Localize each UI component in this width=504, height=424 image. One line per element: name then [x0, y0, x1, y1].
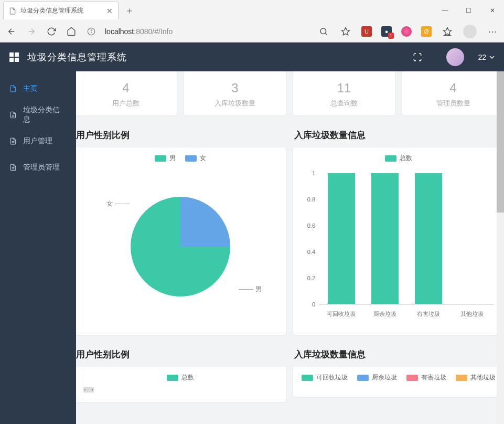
chart-block-gender-pie: 用户性别比例 男 女 女 男: [76, 123, 286, 335]
close-tab-icon[interactable]: ✕: [106, 7, 113, 15]
app-root: 垃圾分类信息管理系统 22 主页 垃圾分类信息 用户管理: [0, 43, 504, 424]
chart-block-garbage-2: 入库垃圾数量信息 可回收垃圾 厨余垃圾 有害垃圾 其他垃圾: [293, 342, 504, 402]
sidebar-item-admins[interactable]: 管理员管理: [0, 154, 76, 181]
bar: [328, 173, 355, 304]
svg-marker-6: [444, 28, 452, 35]
tab-title: 垃圾分类信息管理系统: [20, 6, 83, 15]
legend-item-total[interactable]: 总数: [385, 154, 412, 163]
chart-legend: 总数: [298, 154, 499, 163]
favorite-icon[interactable]: [339, 25, 352, 38]
chart-title: 用户性别比例: [76, 348, 286, 361]
legend-item-kitchen[interactable]: 厨余垃圾: [357, 373, 397, 382]
x-tick: 有害垃圾: [417, 310, 440, 318]
chart-card: 可回收垃圾 厨余垃圾 有害垃圾 其他垃圾: [293, 367, 504, 397]
chart-card: 男 女 女 男: [76, 147, 286, 335]
sidebar-item-users[interactable]: 用户管理: [0, 128, 76, 154]
y-tick: 0.2: [298, 275, 315, 281]
y-tick: 0: [298, 301, 315, 308]
x-tick: 可回收垃圾: [327, 310, 356, 318]
charts-row-2: 用户性别比例 总数 入库垃圾数量信息: [76, 342, 504, 402]
pie-label-male: 男: [239, 285, 262, 294]
stat-value: 4: [402, 81, 504, 96]
extension-icon[interactable]: ●1: [381, 26, 392, 37]
y-tick: 0.8: [298, 196, 315, 203]
legend-item-other[interactable]: 其他垃圾: [456, 373, 496, 382]
fullscreen-icon[interactable]: [413, 52, 422, 62]
more-menu-icon[interactable]: ⋯: [486, 25, 499, 38]
user-menu[interactable]: 22: [478, 53, 495, 61]
pie-chart: 女 男: [80, 168, 281, 325]
document-icon: [9, 137, 17, 145]
extension-ublock-icon[interactable]: U: [361, 26, 372, 37]
sidebar-item-label: 用户管理: [23, 136, 52, 146]
toolbar-right-icons: U ●1 Ø ⋯: [317, 25, 499, 38]
svg-line-4: [325, 33, 327, 35]
legend-item-harmful[interactable]: 有害垃圾: [406, 373, 446, 382]
y-tick: 0.4: [298, 249, 315, 255]
stat-value: 3: [184, 81, 286, 96]
vertical-scrollbar[interactable]: [497, 71, 504, 424]
svg-point-2: [91, 30, 91, 30]
chart-legend: 总数: [80, 373, 281, 382]
app-body: 主页 垃圾分类信息 用户管理 管理员管理 4 用户总数: [0, 71, 504, 424]
sidebar: 主页 垃圾分类信息 用户管理 管理员管理: [0, 71, 76, 424]
legend-item-recyclable[interactable]: 可回收垃圾: [302, 373, 348, 382]
sidebar-item-home[interactable]: 主页: [0, 76, 76, 102]
chart-legend: 可回收垃圾 厨余垃圾 有害垃圾 其他垃圾: [298, 373, 499, 382]
url-path: /#/Info: [152, 27, 173, 36]
sidebar-item-garbage[interactable]: 垃圾分类信息: [0, 102, 76, 128]
chart-block-garbage-bar: 入库垃圾数量信息 总数 0 0.2 0.4 0.6 0.8: [293, 123, 504, 335]
chart-card: 总数 0 0.2 0.4 0.6 0.8 1: [293, 147, 504, 335]
search-icon[interactable]: [317, 25, 330, 38]
favorites-button[interactable]: [441, 25, 454, 38]
close-window-button[interactable]: ✕: [480, 3, 504, 18]
user-avatar[interactable]: [446, 48, 464, 66]
minimize-button[interactable]: —: [433, 3, 457, 18]
content-area[interactable]: 4 用户总数 3 入库垃圾数量 11 总查询数 4 管理员数量: [76, 71, 504, 424]
extension-round-icon[interactable]: [401, 26, 412, 37]
chart-legend: 男 女: [80, 154, 281, 163]
url-port: :8080: [134, 27, 152, 36]
y-tick: 0.6: [298, 222, 315, 229]
stat-label: 管理员数量: [402, 99, 504, 108]
browser-chrome: 垃圾分类信息管理系统 ✕ ＋ — ☐ ✕ localhost:8080/#/In…: [0, 0, 504, 43]
y-tick: 1: [298, 170, 315, 176]
bars: 可回收垃圾 厨余垃圾 有害垃圾 其他垃圾: [319, 173, 494, 304]
pie-label-female: 女: [106, 199, 130, 208]
site-info-icon[interactable]: [85, 25, 98, 38]
maximize-button[interactable]: ☐: [457, 3, 480, 18]
extension-orange-icon[interactable]: Ø: [421, 26, 432, 37]
legend-item-total[interactable]: 总数: [167, 373, 194, 382]
chevron-down-icon: [489, 55, 495, 60]
refresh-button[interactable]: [45, 25, 58, 38]
profile-icon[interactable]: [463, 25, 477, 38]
new-tab-button[interactable]: ＋: [125, 4, 134, 17]
extension-badge: 1: [388, 33, 394, 39]
url-input[interactable]: localhost:8080/#/Info: [105, 27, 310, 36]
stat-value: 4: [76, 81, 177, 96]
stat-card-garbage: 3 入库垃圾数量: [184, 71, 286, 115]
forward-button[interactable]: [25, 25, 38, 38]
inner-scrollbar[interactable]: [83, 387, 94, 393]
svg-point-3: [320, 28, 326, 34]
back-button[interactable]: [5, 25, 18, 38]
document-icon: [9, 163, 17, 172]
legend-item-male[interactable]: 男: [155, 154, 176, 163]
chart-title: 用户性别比例: [76, 129, 286, 141]
app-header: 垃圾分类信息管理系统 22: [0, 43, 504, 71]
browser-tab[interactable]: 垃圾分类信息管理系统 ✕: [3, 2, 119, 19]
stat-card-queries: 11 总查询数: [293, 71, 395, 115]
charts-row-1: 用户性别比例 男 女 女 男: [76, 123, 504, 335]
legend-item-female[interactable]: 女: [185, 154, 206, 163]
stat-label: 总查询数: [293, 99, 395, 108]
app-menu-icon[interactable]: [9, 52, 19, 62]
tab-bar: 垃圾分类信息管理系统 ✕ ＋ — ☐ ✕: [0, 0, 504, 21]
x-tick: 厨余垃圾: [373, 310, 396, 318]
x-tick: 其他垃圾: [460, 310, 484, 318]
user-name: 22: [478, 53, 486, 61]
home-button[interactable]: [65, 25, 78, 38]
chart-title: 入库垃圾数量信息: [294, 129, 504, 141]
svg-marker-5: [342, 28, 350, 35]
address-bar: localhost:8080/#/Info U ●1 Ø ⋯: [0, 21, 504, 42]
scrollbar-thumb[interactable]: [497, 71, 504, 213]
